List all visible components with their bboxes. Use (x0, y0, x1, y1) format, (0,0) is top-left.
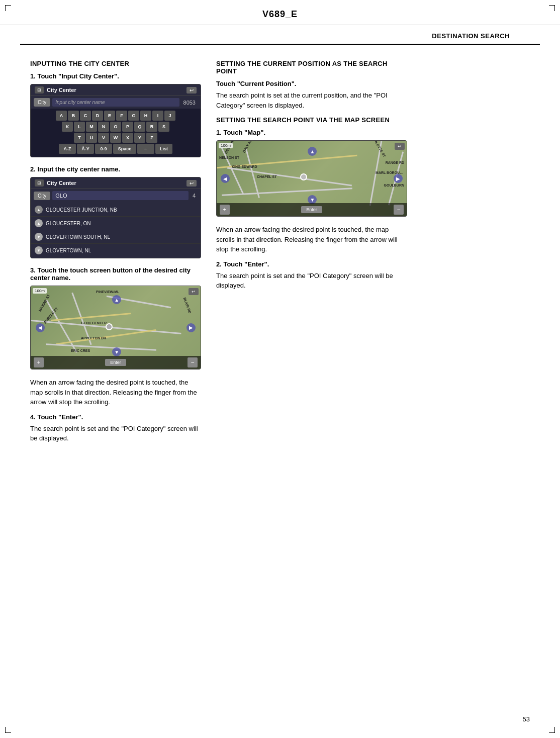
zoom-in-left[interactable]: + (34, 357, 44, 367)
ui-screen-2: ⊞ City Center ↩ City GLO 4 ▲ GLOUCESTER … (30, 177, 201, 258)
right-step-2: 2. Touch "Enter". The search point is se… (216, 260, 407, 291)
right-step-2-label: 2. Touch "Enter". (216, 260, 407, 268)
map-right-label-range: RANGE RD (386, 161, 404, 164)
list-icon-0: ▲ (35, 206, 43, 214)
zoom-in-right[interactable]: + (220, 205, 230, 215)
key-backspace[interactable]: ← (137, 144, 154, 154)
map-screen-left: PINEVIEW/ML MAXINE ST AURELE ST GLOC CEN… (30, 286, 201, 370)
city-button-2[interactable]: City (34, 192, 50, 200)
key-N[interactable]: N (98, 122, 109, 132)
screen-2-icon: ⊞ (35, 179, 44, 187)
map-left-scale: 100m (33, 288, 47, 294)
key-I[interactable]: I (152, 111, 163, 121)
map-left-back-btn[interactable]: ↩ (189, 288, 199, 295)
input-number-1: 8053 (181, 100, 198, 106)
city-input-value-2[interactable]: GLO (52, 191, 189, 200)
enter-btn-right[interactable]: Enter (301, 206, 322, 213)
screen-1-input-row: City Input city center name 8053 (31, 96, 201, 109)
corner-mark-tr (549, 5, 555, 11)
right-body-2: When an arrow facing the desired point i… (216, 225, 407, 254)
left-section-title: INPUTTING THE CITY CENTER (30, 60, 201, 67)
corner-mark-bl (5, 727, 11, 733)
list-item-1[interactable]: ▲ GLOUCESTER, ON (31, 217, 201, 230)
kb-row-2: K L M N O P Q R S (33, 122, 199, 132)
screen-1-back-btn[interactable]: ↩ (186, 87, 197, 94)
enter-btn-left[interactable]: Enter (105, 359, 126, 366)
key-F[interactable]: F (116, 111, 127, 121)
key-T[interactable]: T (74, 133, 85, 143)
map-label-eric: ERIC CRES (71, 349, 90, 352)
key-Q[interactable]: Q (134, 122, 145, 132)
key-AY[interactable]: Å-Y (77, 144, 94, 154)
left-column: INPUTTING THE CITY CENTER 1. Touch "Inpu… (30, 60, 201, 451)
step-1-label: 1. Touch "Input City Center". (30, 72, 201, 80)
map-right-back-btn[interactable]: ↩ (395, 143, 405, 150)
keyboard-1: A B C D E F G H I J K L (31, 109, 201, 157)
key-W[interactable]: W (110, 133, 121, 143)
ui-screen-1: ⊞ City Center ↩ City Input city center n… (30, 84, 201, 157)
zoom-out-right[interactable]: − (394, 205, 404, 215)
key-K[interactable]: K (62, 122, 73, 132)
key-A[interactable]: A (56, 111, 67, 121)
arrow-left-right[interactable]: ◀ (221, 174, 230, 183)
screen-2-header: ⊞ City Center ↩ (31, 177, 201, 189)
arrow-right[interactable]: ▶ (186, 323, 196, 332)
key-H[interactable]: H (140, 111, 151, 121)
key-V[interactable]: V (98, 133, 109, 143)
page-number: 53 (523, 715, 530, 723)
key-D[interactable]: D (92, 111, 103, 121)
key-09[interactable]: 0-9 (95, 144, 112, 154)
key-U[interactable]: U (86, 133, 97, 143)
key-S[interactable]: S (158, 122, 169, 132)
key-E[interactable]: E (104, 111, 115, 121)
map-right-scale: 100m (219, 143, 233, 148)
step3-body: When an arrow facing the desired point i… (30, 378, 201, 407)
step-3: 3. Touch the touch screen button of the … (30, 266, 201, 370)
key-space[interactable]: Space (113, 144, 136, 154)
key-O[interactable]: O (110, 122, 121, 132)
key-J[interactable]: J (164, 111, 175, 121)
screen-2-back-btn[interactable]: ↩ (186, 180, 197, 187)
city-button-1[interactable]: City (34, 98, 50, 107)
key-AZ[interactable]: A-Z (59, 144, 76, 154)
list-icon-2: ▼ (35, 233, 43, 241)
arrow-right-right[interactable]: ▶ (394, 174, 403, 183)
main-content: INPUTTING THE CITY CENTER 1. Touch "Inpu… (0, 45, 560, 467)
key-L[interactable]: L (74, 122, 85, 132)
list-text-3: GLOVERTOWN, NL (46, 248, 91, 253)
screen-2-input-row: City GLO 4 (31, 189, 201, 202)
list-item-0[interactable]: ▲ GLOUCESTER JUNCTION, NB (31, 203, 201, 217)
key-list[interactable]: List (155, 144, 172, 154)
city-input-1[interactable]: Input city center name (52, 98, 179, 107)
kb-row-1: A B C D E F G H I J (33, 111, 199, 121)
key-P[interactable]: P (122, 122, 133, 132)
list-text-1: GLOUCESTER, ON (46, 221, 90, 226)
corner-mark-tl (5, 5, 11, 11)
list-item-3[interactable]: ▼ GLOVERTOWN, NL (31, 244, 201, 257)
map-right-label-goulburn: GOULBURN (384, 183, 404, 187)
map-right-bottom-bar: + Enter − (217, 203, 407, 216)
step-4: 4. Touch "Enter". The search point is se… (30, 413, 201, 443)
key-C[interactable]: C (80, 111, 91, 121)
screen-1-header: ⊞ City Center ↩ (31, 84, 201, 96)
kb-row-3: T U V W X Y Z (33, 133, 199, 143)
list-item-2[interactable]: ▼ GLOVERTOWN SOUTH, NL (31, 230, 201, 244)
section-title: DESTINATION SEARCH (432, 32, 510, 40)
key-G[interactable]: G (128, 111, 139, 121)
step-3-label: 3. Touch the touch screen button of the … (30, 266, 201, 282)
key-R[interactable]: R (146, 122, 157, 132)
arrow-left[interactable]: ◀ (36, 323, 45, 332)
key-Y[interactable]: Y (134, 133, 145, 143)
map-right-label-nelson: NELSON ST (219, 156, 239, 159)
step-2-label: 2. Input the city center name. (30, 165, 201, 173)
kb-row-4: A-Z Å-Y 0-9 Space ← List (33, 144, 199, 154)
key-X[interactable]: X (122, 133, 133, 143)
screen-1-title: City Center (47, 87, 183, 93)
list-icon-1: ▲ (35, 219, 43, 227)
key-B[interactable]: B (68, 111, 79, 121)
zoom-out-left[interactable]: − (188, 357, 198, 367)
key-M[interactable]: M (86, 122, 97, 132)
input-number-2: 4 (191, 193, 198, 199)
screen-1-icon: ⊞ (35, 86, 44, 94)
key-Z[interactable]: Z (146, 133, 157, 143)
